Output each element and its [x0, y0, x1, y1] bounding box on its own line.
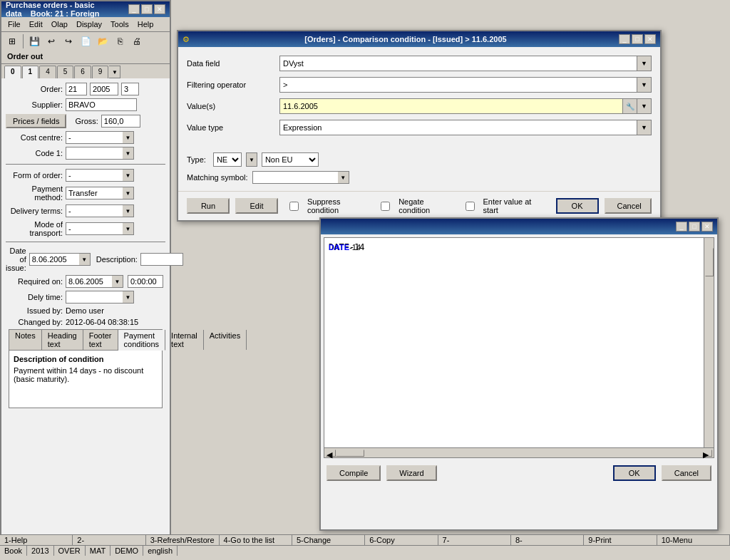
tab-9[interactable]: 9: [92, 66, 109, 78]
dely-time-input[interactable]: [66, 291, 123, 304]
form-of-order-arrow[interactable]: ▼: [123, 169, 134, 182]
required-on-time-input[interactable]: [128, 275, 163, 288]
vertical-scrollbar[interactable]: [704, 238, 714, 447]
filtering-operator-dropdown[interactable]: ▼: [637, 77, 652, 93]
status-6-copy[interactable]: 6-Copy: [365, 535, 438, 545]
order-seq-input[interactable]: [121, 83, 139, 95]
tab-5[interactable]: 5: [57, 66, 74, 78]
matching-symbol-arrow[interactable]: ▼: [338, 171, 349, 184]
menu-olap[interactable]: Olap: [48, 19, 71, 30]
h-scrollbar-thumb[interactable]: [336, 450, 364, 457]
status-2[interactable]: 2-: [73, 535, 145, 545]
tabs-more-arrow[interactable]: ▼: [109, 66, 120, 78]
dialog2-minimize[interactable]: _: [676, 222, 687, 232]
cost-centre-input[interactable]: [66, 131, 123, 144]
order-number-input[interactable]: [66, 83, 87, 95]
dialog1-close[interactable]: ✕: [644, 34, 656, 44]
tab-internal-text[interactable]: Internal text: [165, 330, 204, 350]
status-1-help[interactable]: 1-Help: [0, 535, 73, 545]
values-input[interactable]: [279, 98, 623, 114]
supplier-input[interactable]: [66, 98, 137, 111]
dialog2-cancel-button[interactable]: Cancel: [662, 465, 711, 481]
run-button[interactable]: Run: [187, 198, 230, 214]
required-on-input[interactable]: [66, 275, 112, 288]
tab-4[interactable]: 4: [39, 66, 56, 78]
wizard-button[interactable]: Wizard: [386, 465, 436, 481]
order-year-input[interactable]: [90, 83, 118, 95]
dialog2-ok-button[interactable]: OK: [613, 465, 656, 481]
data-field-dropdown[interactable]: ▼: [637, 56, 652, 71]
code1-arrow[interactable]: ▼: [123, 147, 134, 160]
matching-symbol-input[interactable]: [252, 171, 338, 184]
delivery-terms-arrow[interactable]: ▼: [123, 204, 134, 217]
tab-6[interactable]: 6: [74, 66, 91, 78]
status-7[interactable]: 7-: [438, 535, 511, 545]
horizontal-scrollbar[interactable]: ◀ ▶: [324, 447, 714, 457]
suppress-condition-checkbox[interactable]: [289, 202, 299, 211]
cancel-button[interactable]: Cancel: [605, 198, 652, 214]
tab-activities[interactable]: Activities: [204, 330, 247, 350]
expression-textarea[interactable]: <span class="keyword">DATE</span>-14: [324, 238, 704, 447]
menu-edit[interactable]: Edit: [26, 19, 46, 30]
values-icon-btn[interactable]: 🔧: [623, 98, 637, 114]
status-3-refresh[interactable]: 3-Refresh/Restore: [146, 535, 220, 545]
status-9-print[interactable]: 9-Print: [584, 535, 657, 545]
toolbar-redo-icon[interactable]: ↪: [61, 33, 76, 49]
maximize-button[interactable]: □: [141, 4, 153, 14]
form-of-order-input[interactable]: [66, 169, 123, 182]
toolbar-grid-icon[interactable]: ⊞: [4, 33, 20, 49]
prices-fields-button[interactable]: Prices / fields: [6, 114, 66, 128]
status-5-change[interactable]: 5-Change: [292, 535, 365, 545]
dialog2-maximize[interactable]: □: [689, 222, 700, 232]
menu-file[interactable]: File: [4, 19, 24, 30]
menu-display[interactable]: Display: [73, 19, 106, 30]
dialog1-maximize[interactable]: □: [632, 34, 643, 44]
status-8[interactable]: 8-: [511, 535, 584, 545]
dialog1-minimize[interactable]: _: [619, 34, 630, 44]
values-dropdown[interactable]: ▼: [637, 98, 652, 114]
date-issue-input[interactable]: [29, 253, 79, 266]
mode-of-transport-input[interactable]: [66, 222, 123, 235]
toolbar-new-icon[interactable]: 📄: [78, 33, 93, 49]
toolbar-back-icon[interactable]: ↩: [43, 33, 59, 49]
v-scrollbar-thumb[interactable]: [705, 248, 714, 276]
tab-footer-text[interactable]: Footer text: [83, 330, 118, 350]
gross-input[interactable]: [101, 115, 140, 128]
enter-value-checkbox[interactable]: [466, 202, 475, 211]
filtering-operator-input[interactable]: [279, 77, 637, 93]
date-issue-arrow[interactable]: ▼: [79, 253, 91, 266]
status-4-list[interactable]: 4-Go to the list: [220, 535, 292, 545]
edit-button[interactable]: Edit: [235, 198, 278, 214]
close-button[interactable]: ✕: [154, 4, 165, 14]
h-scroll-right[interactable]: ▶: [702, 450, 712, 457]
negate-condition-checkbox[interactable]: [381, 202, 390, 211]
mode-of-transport-arrow[interactable]: ▼: [123, 222, 134, 235]
menu-tools[interactable]: Tools: [107, 19, 133, 30]
minimize-button[interactable]: _: [128, 4, 140, 14]
payment-method-input[interactable]: [66, 187, 123, 199]
compile-button[interactable]: Compile: [327, 465, 381, 481]
dialog2-close[interactable]: ✕: [701, 222, 713, 232]
non-eu-select[interactable]: Non EU: [262, 152, 319, 167]
code1-input[interactable]: [66, 147, 123, 160]
menu-help[interactable]: Help: [134, 19, 158, 30]
tab-1[interactable]: 1: [22, 66, 39, 78]
tab-0[interactable]: 0: [4, 66, 21, 78]
value-type-input[interactable]: [279, 120, 637, 135]
tab-payment-conditions[interactable]: Payment conditions: [118, 330, 166, 351]
delivery-terms-input[interactable]: [66, 204, 123, 217]
payment-method-arrow[interactable]: ▼: [123, 187, 134, 199]
status-10-menu[interactable]: 10-Menu: [657, 535, 730, 545]
value-type-dropdown[interactable]: ▼: [637, 120, 652, 135]
tab-notes[interactable]: Notes: [9, 330, 42, 350]
cost-centre-arrow[interactable]: ▼: [123, 131, 134, 144]
tab-heading-text[interactable]: Heading text: [42, 330, 83, 350]
ne-dropdown-arrow[interactable]: ▼: [246, 152, 257, 167]
ok-button[interactable]: OK: [556, 198, 599, 214]
data-field-input[interactable]: [279, 56, 637, 71]
ne-select[interactable]: NE: [213, 152, 242, 167]
dely-time-arrow[interactable]: ▼: [123, 291, 134, 304]
h-scroll-left[interactable]: ◀: [326, 450, 336, 457]
required-on-arrow[interactable]: ▼: [112, 275, 123, 288]
toolbar-print-icon[interactable]: 🖨: [129, 33, 145, 49]
